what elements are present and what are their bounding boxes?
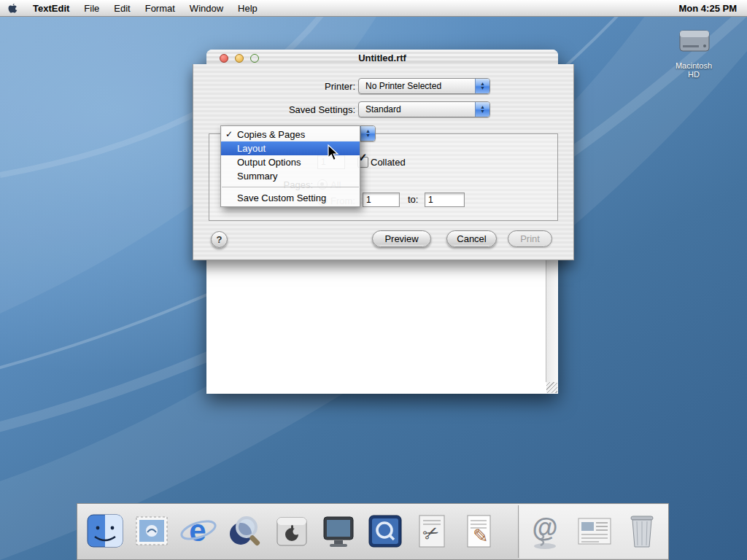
dock-divider xyxy=(518,505,519,558)
menu-item-copies-pages[interactable]: ✓ Copies & Pages xyxy=(221,128,360,141)
finder-icon[interactable] xyxy=(85,510,125,551)
menu-help[interactable]: Help xyxy=(231,0,265,16)
menu-item-summary[interactable]: Summary xyxy=(221,169,360,183)
popup-arrows-icon: ▲▼ xyxy=(475,79,489,93)
saved-settings-label: Saved Settings: xyxy=(252,104,355,115)
apple-menu[interactable] xyxy=(0,0,26,16)
menu-format[interactable]: Format xyxy=(138,0,182,16)
help-button[interactable]: ? xyxy=(211,231,228,248)
email-at-icon[interactable]: @ xyxy=(525,510,565,551)
question-icon: ? xyxy=(217,234,222,245)
system-preferences-icon[interactable] xyxy=(271,510,312,551)
menu-item-save-custom-setting[interactable]: Save Custom Setting xyxy=(221,191,360,205)
svg-text:e: e xyxy=(189,513,206,548)
menu-separator xyxy=(222,187,359,187)
printer-popup-value: No Printer Selected xyxy=(365,81,441,91)
internet-explorer-icon[interactable]: e xyxy=(178,510,219,551)
trash-icon[interactable] xyxy=(622,510,662,551)
printer-popup[interactable]: No Printer Selected ▲▼ xyxy=(358,78,490,94)
popup-arrows-icon: ▲▼ xyxy=(475,102,489,117)
hard-drive-label: Macintosh HD xyxy=(670,61,718,79)
mail-icon[interactable] xyxy=(131,510,172,551)
to-field[interactable]: 1 xyxy=(425,192,465,207)
menu-file[interactable]: File xyxy=(77,0,107,16)
desktop: TextEdit File Edit Format Window Help Mo… xyxy=(0,0,747,560)
menu-window[interactable]: Window xyxy=(182,0,231,16)
check-icon: ✓ xyxy=(225,128,233,141)
printer-label: Printer: xyxy=(281,81,355,92)
pane-popup-menu: ✓ Copies & Pages Layout Output Options S… xyxy=(220,125,360,207)
dock: e xyxy=(77,503,669,560)
saved-settings-popup-value: Standard xyxy=(365,104,401,114)
displays-icon[interactable] xyxy=(318,510,359,551)
preview-button[interactable]: Preview xyxy=(372,230,431,247)
macintosh-hd-icon[interactable]: Macintosh HD xyxy=(670,26,718,79)
print-button[interactable]: Print xyxy=(508,230,552,247)
menu-bar: TextEdit File Edit Format Window Help Mo… xyxy=(0,0,747,17)
quicktime-player-icon[interactable] xyxy=(365,510,406,551)
menu-app-name[interactable]: TextEdit xyxy=(26,0,77,16)
apple-logo-icon xyxy=(7,2,18,15)
cancel-button[interactable]: Cancel xyxy=(446,230,497,247)
news-icon[interactable] xyxy=(574,510,615,551)
svg-text:@: @ xyxy=(532,513,557,542)
resize-grip[interactable] xyxy=(546,382,557,393)
menu-edit[interactable]: Edit xyxy=(107,0,137,16)
textedit-icon[interactable]: ✎ xyxy=(458,510,499,551)
sherlock-icon[interactable] xyxy=(225,510,266,551)
from-field[interactable]: 1 xyxy=(363,192,400,207)
mouse-cursor xyxy=(328,144,341,162)
menu-clock[interactable]: Mon 4:25 PM xyxy=(679,3,747,14)
collated-label: Collated xyxy=(371,157,406,168)
clipboard-icon[interactable]: ✂ xyxy=(411,510,452,551)
window-title: Untitled.rtf xyxy=(206,52,558,63)
hard-drive-icon xyxy=(670,26,718,58)
saved-settings-popup[interactable]: Standard ▲▼ xyxy=(358,101,490,117)
svg-text:✎: ✎ xyxy=(473,525,489,547)
popup-arrows-icon: ▲▼ xyxy=(360,126,375,141)
to-label: to: xyxy=(408,194,418,205)
